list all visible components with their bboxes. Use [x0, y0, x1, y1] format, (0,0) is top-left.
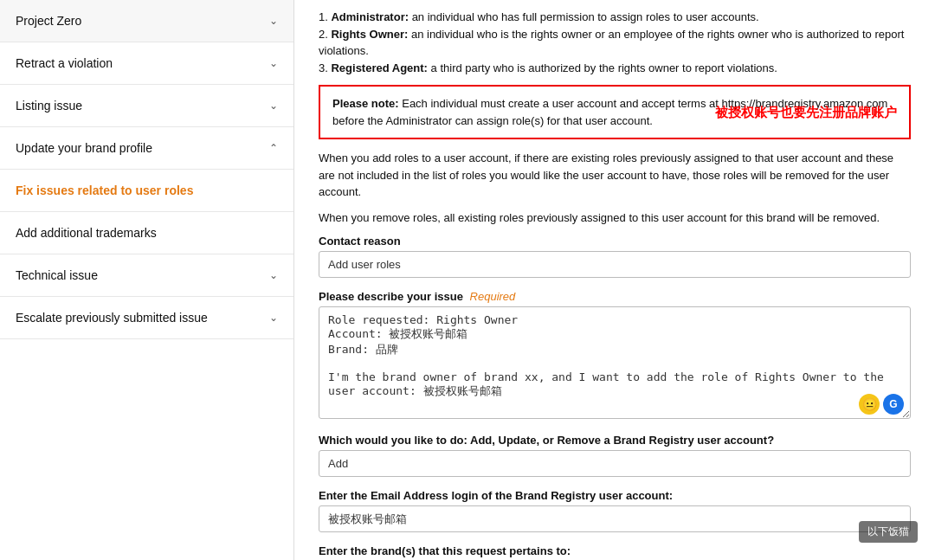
body-text-1: When you add roles to a user account, if…: [319, 150, 911, 201]
sidebar: Project Zero ⌄ Retract a violation ⌄ Lis…: [0, 0, 294, 560]
sidebar-item-retract-violation[interactable]: Retract a violation ⌄: [0, 42, 293, 85]
chevron-down-icon: ⌄: [269, 312, 278, 324]
q1-input[interactable]: [319, 450, 911, 477]
sidebar-item-label: Add additional trademarks: [16, 226, 157, 240]
q3-section: Enter the brand(s) that this request per…: [319, 544, 911, 560]
watermark: 以下饭猫: [859, 521, 918, 543]
sidebar-item-listing-issue[interactable]: Listing issue ⌄: [0, 85, 293, 127]
sidebar-item-label: Fix issues related to user roles: [16, 183, 193, 197]
sidebar-item-fix-user-roles[interactable]: Fix issues related to user roles: [0, 170, 293, 212]
sidebar-item-label: Technical issue: [16, 268, 98, 282]
chevron-up-icon: ⌃: [269, 142, 278, 154]
intro-line2: 2. Rights Owner: an individual who is th…: [319, 28, 904, 58]
q1-section: Which would you like to do: Add, Update,…: [319, 434, 911, 477]
intro-section: 1. Administrator: an individual who has …: [319, 9, 911, 76]
textarea-icons: 😐 G: [859, 394, 904, 415]
emoji-icon[interactable]: 😐: [859, 394, 880, 415]
contact-reason-label: Contact reason: [319, 235, 911, 248]
sidebar-item-technical-issue[interactable]: Technical issue ⌄: [0, 254, 293, 297]
describe-textarea[interactable]: [319, 306, 911, 419]
q2-input[interactable]: [319, 505, 911, 532]
intro-line1: 1. Administrator: an individual who has …: [319, 10, 759, 23]
body-text-2: When you remove roles, all existing role…: [319, 209, 911, 227]
grammarly-icon[interactable]: G: [883, 394, 904, 415]
q2-label: Enter the Email Address login of the Bra…: [319, 489, 911, 502]
chevron-down-icon: ⌄: [269, 57, 278, 69]
sidebar-item-project-zero[interactable]: Project Zero ⌄: [0, 0, 293, 42]
chevron-down-icon: ⌄: [269, 269, 278, 281]
contact-reason-section: Contact reason: [319, 235, 911, 278]
describe-issue-section: Please describe your issue Required 😐 G: [319, 290, 911, 422]
intro-line3: 3. Registered Agent: a third party who i…: [319, 61, 777, 74]
sidebar-item-label: Retract a violation: [16, 56, 113, 70]
sidebar-item-label: Update your brand profile: [16, 141, 152, 155]
sidebar-item-add-trademarks[interactable]: Add additional trademarks: [0, 212, 293, 254]
chevron-down-icon: ⌄: [269, 15, 278, 27]
sidebar-item-escalate-issue[interactable]: Escalate previously submitted issue ⌄: [0, 297, 293, 339]
sidebar-item-label: Project Zero: [16, 14, 81, 28]
describe-label: Please describe your issue Required: [319, 290, 911, 303]
contact-reason-input[interactable]: [319, 251, 911, 278]
note-box: Please note: Each individual must create…: [319, 85, 911, 139]
main-content: 1. Administrator: an individual who has …: [294, 0, 935, 560]
sidebar-item-update-brand[interactable]: Update your brand profile ⌃: [0, 127, 293, 170]
q1-label: Which would you like to do: Add, Update,…: [319, 434, 911, 447]
chinese-overlay-text: 被授权账号也要先注册品牌账户: [715, 102, 897, 122]
q3-label: Enter the brand(s) that this request per…: [319, 544, 911, 557]
sidebar-item-label: Escalate previously submitted issue: [16, 311, 208, 325]
sidebar-item-label: Listing issue: [16, 99, 82, 113]
q2-section: Enter the Email Address login of the Bra…: [319, 489, 911, 532]
describe-textarea-wrapper: 😐 G: [319, 306, 911, 422]
chevron-down-icon: ⌄: [269, 100, 278, 112]
